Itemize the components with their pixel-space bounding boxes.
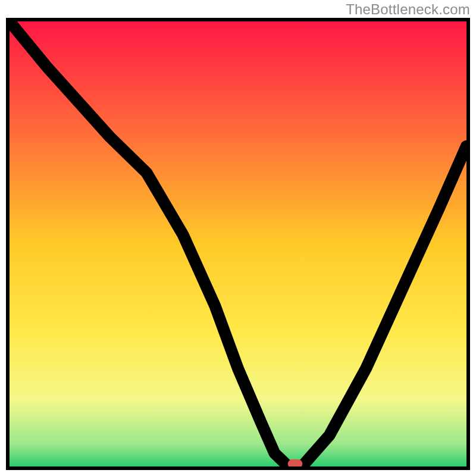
optimal-marker [288, 459, 303, 466]
watermark-text: TheBottleneck.com [346, 1, 470, 18]
curve-layer [10, 21, 466, 466]
chart-frame: TheBottleneck.com [0, 0, 476, 476]
bottleneck-curve [10, 21, 466, 466]
plot-area [6, 18, 470, 470]
